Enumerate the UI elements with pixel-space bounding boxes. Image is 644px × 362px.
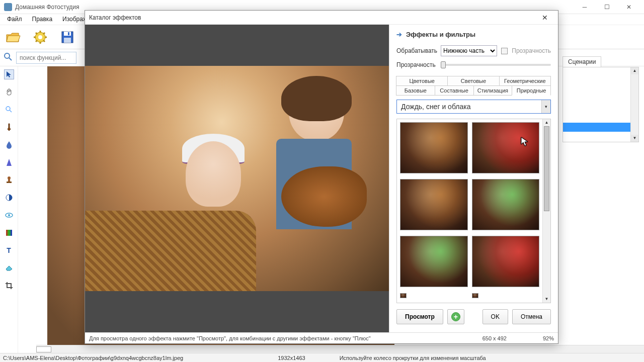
brush-tool[interactable] (4, 122, 14, 132)
dialog-status-zoom: 92% (543, 335, 554, 341)
opacity-label: Прозрачность (396, 61, 437, 68)
tab-geometric[interactable]: Геометрические (499, 76, 551, 86)
tab-nature[interactable]: Природные (512, 85, 551, 96)
save-button[interactable] (58, 28, 76, 46)
main-statusbar: C:\Users\AMS-Elena\Desktop\Фотографии\g9… (0, 353, 644, 362)
shape-tool[interactable] (4, 157, 14, 167)
category-tabs: Цветовые Световые Геометрические Базовые… (396, 76, 551, 96)
tab-stylization[interactable]: Стилизация (473, 85, 513, 96)
preview-pane (85, 25, 389, 332)
crop-tool[interactable] (4, 281, 14, 291)
eraser-tool[interactable] (4, 263, 14, 273)
transparency-label: Прозрачность (512, 47, 551, 54)
gear-button[interactable] (31, 28, 49, 46)
eye-tool[interactable] (4, 210, 14, 220)
right-panel-scrollbar[interactable]: ▲▼ (630, 67, 638, 142)
svg-rect-13 (68, 32, 69, 35)
effect-thumb[interactable] (400, 236, 468, 287)
preview-image (85, 66, 389, 291)
effect-thumb[interactable] (400, 122, 468, 173)
process-select[interactable]: Нижнюю часть (441, 45, 497, 56)
preview-button[interactable]: Просмотр (396, 309, 443, 324)
effect-thumb[interactable] (400, 179, 468, 230)
search-icon (3, 52, 13, 63)
dialog-close-button[interactable]: ✕ (536, 11, 554, 24)
stamp-tool[interactable] (4, 175, 14, 185)
hand-tool[interactable] (4, 87, 14, 97)
dialog-statusbar: Для просмотра одного эффекта нажмите "Пр… (85, 332, 558, 343)
pointer-tool[interactable] (4, 69, 14, 79)
app-icon (4, 3, 12, 11)
tab-light[interactable]: Световые (447, 76, 499, 86)
arrow-icon: ➔ (396, 31, 402, 38)
svg-rect-12 (64, 38, 71, 43)
svg-point-23 (8, 214, 10, 216)
right-panel: Сценарии ▲▼ (562, 56, 639, 142)
svg-rect-11 (64, 32, 71, 36)
svg-point-1 (38, 35, 42, 39)
horizontal-scrollbar[interactable] (36, 345, 644, 353)
transparency-checkbox[interactable] (501, 48, 508, 54)
drop-tool[interactable] (4, 140, 14, 150)
scenario-selected-row[interactable] (563, 123, 630, 132)
effect-thumb[interactable] (472, 122, 540, 173)
tab-composite[interactable]: Составные (435, 85, 474, 96)
effect-group-value: Дождь, снег и облака (397, 100, 541, 113)
effect-thumb[interactable] (472, 236, 540, 287)
svg-line-6 (36, 33, 37, 34)
open-button[interactable] (4, 28, 22, 46)
effect-thumbnails (397, 119, 542, 303)
effect-thumb[interactable] (400, 293, 407, 298)
ok-button[interactable]: OK (482, 309, 508, 324)
svg-rect-24 (6, 230, 12, 236)
minimize-button[interactable]: ─ (574, 0, 596, 14)
effects-side-pane: ➔ Эффекты и фильтры Обрабатывать Нижнюю … (389, 25, 558, 332)
thumbnails-scrollbar[interactable]: ▲ ▼ (542, 119, 550, 303)
effect-group-select[interactable]: Дождь, снег и облака ▾ (396, 100, 551, 114)
svg-line-7 (43, 40, 45, 42)
tab-color[interactable]: Цветовые (396, 76, 448, 86)
tab-basic[interactable]: Базовые (396, 85, 435, 96)
left-toolbar: T (0, 66, 18, 353)
effect-thumb[interactable] (472, 293, 478, 298)
effects-catalog-dialog: Каталог эффектов ✕ ➔ Эффекты и фильтры О… (85, 10, 558, 344)
svg-point-14 (5, 53, 10, 58)
gradient-tool[interactable] (4, 228, 14, 238)
status-filepath: C:\Users\AMS-Elena\Desktop\Фотографии\g9… (3, 355, 183, 361)
svg-line-9 (43, 33, 45, 34)
dialog-title: Каталог эффектов (89, 14, 141, 21)
dialog-status-hint: Для просмотра одного эффекта нажмите "Пр… (89, 335, 476, 341)
search-input[interactable] (16, 52, 76, 64)
svg-line-8 (36, 40, 37, 42)
svg-line-17 (10, 110, 12, 112)
plus-icon: + (451, 312, 460, 321)
svg-point-16 (6, 107, 10, 111)
cancel-button[interactable]: Отмена (512, 309, 551, 324)
main-title: Домашняя Фотостудия (15, 4, 79, 11)
svg-rect-20 (7, 182, 12, 183)
opacity-slider[interactable] (441, 64, 551, 66)
tab-scenarios[interactable]: Сценарии (562, 56, 601, 67)
process-label: Обрабатывать (396, 47, 437, 54)
status-hint: Используйте колесо прокрутки для изменен… (340, 355, 486, 361)
effect-thumb[interactable] (472, 179, 540, 230)
menu-edit[interactable]: Правка (27, 14, 58, 25)
maximize-button[interactable]: ☐ (596, 0, 618, 14)
svg-rect-19 (8, 179, 10, 182)
close-button[interactable]: ✕ (618, 0, 640, 14)
zoom-tool[interactable] (4, 105, 14, 115)
contrast-tool[interactable] (4, 193, 14, 203)
dialog-status-size: 650 x 492 (482, 335, 507, 341)
menu-file[interactable]: Файл (2, 14, 27, 25)
svg-line-15 (9, 58, 12, 60)
chevron-down-icon: ▾ (541, 100, 550, 113)
text-tool[interactable]: T (4, 245, 14, 255)
effects-header: Эффекты и фильтры (406, 31, 475, 38)
add-effect-button[interactable]: + (447, 309, 464, 324)
status-dimensions: 1932x1463 (278, 355, 305, 361)
